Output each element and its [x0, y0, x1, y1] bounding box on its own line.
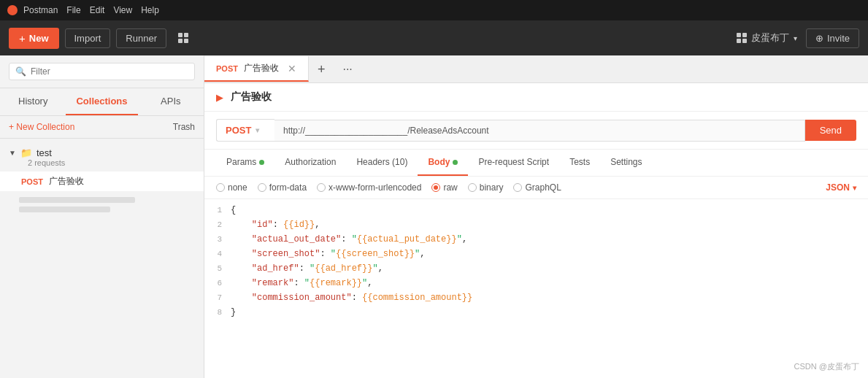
- method-chevron-icon: ▾: [256, 126, 259, 134]
- watermark: CSDN @皮蛋布丁: [794, 361, 859, 372]
- code-line-1: 1 {: [204, 205, 868, 220]
- import-button[interactable]: Import: [65, 28, 111, 48]
- body-type-urlencoded[interactable]: x-www-form-urlencoded: [317, 182, 421, 193]
- req-tab-settings[interactable]: Settings: [600, 150, 652, 176]
- menu-view[interactable]: View: [113, 5, 132, 15]
- breadcrumb-arrow-icon: ▶: [216, 92, 223, 103]
- radio-none-dot: [216, 183, 225, 192]
- request-item[interactable]: POST 广告验收: [0, 171, 204, 191]
- code-line-4: 4 "screen_shot": "{{screen_shot}}",: [204, 249, 868, 263]
- line-number: 7: [204, 293, 231, 302]
- radio-urlencoded-dot: [317, 183, 326, 192]
- sidebar-tab-apis[interactable]: APIs: [138, 88, 204, 115]
- line-number: 3: [204, 234, 231, 244]
- tab-close-icon[interactable]: ✕: [288, 63, 296, 74]
- request-header: ▶ 广告验收: [204, 83, 868, 112]
- new-collection-button[interactable]: + New Collection: [9, 122, 74, 132]
- url-bar: POST ▾ Send: [204, 112, 868, 150]
- new-button[interactable]: + New: [9, 28, 59, 49]
- line-number: 8: [204, 307, 231, 317]
- sidebar-tab-collections[interactable]: Collections: [66, 88, 137, 115]
- collection-item[interactable]: ▼ 📁 test 2 requests: [0, 143, 204, 171]
- main-content: POST 广告验收 ✕ + ··· ▶ 广告验收 POST ▾ Send Par…: [204, 55, 868, 378]
- radio-binary-dot: [468, 183, 477, 192]
- toolbar-right: 皮蛋布丁 ▾ ⊕ Invite: [737, 28, 859, 48]
- main-layout: 🔍 History Collections APIs + New Collect…: [0, 55, 868, 378]
- body-type-bar: none form-data x-www-form-urlencoded raw…: [204, 177, 868, 199]
- filter-input[interactable]: [31, 66, 188, 77]
- app-logo: [7, 5, 18, 15]
- menu-help[interactable]: Help: [141, 5, 159, 15]
- runner-button[interactable]: Runner: [116, 28, 166, 48]
- tab-more-button[interactable]: ···: [334, 57, 361, 82]
- req-tab-params[interactable]: Params: [216, 150, 274, 176]
- tabs-bar: POST 广告验收 ✕ + ···: [204, 55, 868, 83]
- sidebar-actions: + New Collection Trash: [0, 116, 204, 139]
- radio-raw-dot: [431, 183, 440, 192]
- menu-file[interactable]: File: [66, 5, 80, 15]
- sidebar-filter-area: 🔍: [0, 55, 204, 88]
- req-tab-authorization[interactable]: Authorization: [274, 150, 346, 176]
- line-number: 1: [204, 205, 231, 215]
- req-tab-tests[interactable]: Tests: [559, 150, 600, 176]
- request-name: 广告验收: [49, 175, 84, 188]
- request-blur-rows: [0, 191, 204, 212]
- code-line-5: 5 "ad_href": "{{ad_href}}",: [204, 263, 868, 278]
- radio-form-data-dot: [258, 183, 266, 192]
- json-chevron-icon: ▾: [853, 184, 856, 192]
- chevron-down-icon: ▾: [794, 34, 797, 42]
- grid-icon: [178, 33, 188, 43]
- code-line-7: 7 "commission_amount": {{commission_amou…: [204, 293, 868, 307]
- method-label: POST: [226, 125, 251, 136]
- new-label: New: [29, 33, 49, 44]
- body-type-none[interactable]: none: [216, 182, 247, 193]
- filter-input-wrap: 🔍: [9, 63, 195, 80]
- request-title: 广告验收: [231, 90, 272, 104]
- menu-edit[interactable]: Edit: [90, 5, 105, 15]
- body-dot: [453, 160, 458, 165]
- request-method-badge: POST: [21, 177, 43, 186]
- code-line-8: 8 }: [204, 307, 868, 322]
- request-tabs: Params Authorization Headers (10) Body P…: [204, 150, 868, 177]
- folder-icon: 📁: [20, 147, 32, 158]
- req-tab-headers[interactable]: Headers (10): [346, 150, 418, 176]
- sidebar-tab-history[interactable]: History: [0, 88, 66, 115]
- line-number: 6: [204, 278, 231, 288]
- invite-button[interactable]: ⊕ Invite: [806, 28, 859, 48]
- trash-button[interactable]: Trash: [173, 122, 195, 132]
- body-type-binary[interactable]: binary: [468, 182, 504, 193]
- plus-icon: +: [19, 32, 26, 45]
- code-line-2: 2 "id": {{id}},: [204, 220, 868, 234]
- req-tab-body[interactable]: Body: [418, 150, 468, 176]
- menu-bar: File Edit View Help: [66, 5, 159, 15]
- collection-name: test: [37, 147, 52, 158]
- method-select[interactable]: POST ▾: [216, 119, 274, 142]
- req-tab-prerequest[interactable]: Pre-request Script: [468, 150, 559, 176]
- invite-icon: ⊕: [815, 33, 823, 44]
- body-type-raw[interactable]: raw: [431, 182, 457, 193]
- code-editor[interactable]: 1 { 2 "id": {{id}}, 3 "actual_out_date":…: [204, 199, 868, 378]
- tab-name: 广告验收: [244, 62, 279, 74]
- radio-graphql-dot: [513, 183, 522, 192]
- json-type-selector[interactable]: JSON ▾: [826, 182, 856, 193]
- workspace-user-button[interactable]: 皮蛋布丁 ▾: [737, 31, 797, 45]
- line-number: 2: [204, 220, 231, 229]
- code-line-3: 3 "actual_out_date": "{{actual_put_date}…: [204, 234, 868, 249]
- workspace-grid-icon: [737, 33, 747, 43]
- collection-meta: 2 requests: [28, 158, 195, 167]
- send-button[interactable]: Send: [805, 120, 856, 141]
- collection-header: ▼ 📁 test: [9, 147, 195, 158]
- url-input[interactable]: [274, 120, 805, 142]
- workspace-user-name: 皮蛋布丁: [751, 31, 789, 45]
- tab-method: POST: [216, 64, 238, 73]
- tab-add-button[interactable]: +: [309, 57, 334, 82]
- line-number: 4: [204, 249, 231, 258]
- toolbar: + New Import Runner 皮蛋布丁 ▾ ⊕ Invite: [0, 20, 868, 55]
- workspace-icon-button[interactable]: [172, 29, 194, 47]
- body-type-form-data[interactable]: form-data: [258, 182, 307, 193]
- search-icon: 🔍: [15, 66, 26, 77]
- body-type-graphql[interactable]: GraphQL: [513, 182, 561, 193]
- chevron-icon: ▼: [9, 149, 16, 157]
- active-tab[interactable]: POST 广告验收 ✕: [204, 56, 309, 82]
- sidebar-content: ▼ 📁 test 2 requests POST 广告验收: [0, 139, 204, 378]
